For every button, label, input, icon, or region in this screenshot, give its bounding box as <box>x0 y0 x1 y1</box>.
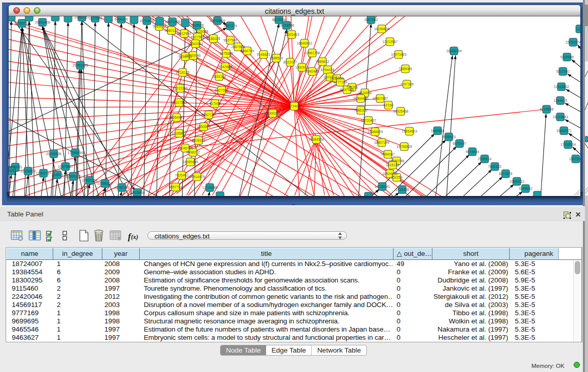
svg-text:1588520: 1588520 <box>270 56 284 60</box>
svg-text:16543362: 16543362 <box>188 42 203 46</box>
svg-text:7663822: 7663822 <box>153 25 166 28</box>
svg-text:12213369: 12213369 <box>172 86 188 90</box>
svg-text:3267130: 3267130 <box>202 113 216 117</box>
svg-text:39157: 39157 <box>9 169 16 172</box>
svg-text:16524851: 16524851 <box>382 172 398 176</box>
svg-text:9474444: 9474444 <box>466 150 480 154</box>
svg-text:14136141: 14136141 <box>375 185 390 188</box>
svg-text:1615132: 1615132 <box>386 163 400 167</box>
svg-text:1527602: 1527602 <box>89 16 102 20</box>
svg-text:19218596: 19218596 <box>279 24 294 27</box>
svg-text:19654923: 19654923 <box>402 129 417 133</box>
svg-text:17359934: 17359934 <box>68 151 83 155</box>
svg-text:7955812: 7955812 <box>316 60 330 63</box>
svg-text:18807249: 18807249 <box>374 141 389 144</box>
svg-text:1244415: 1244415 <box>554 99 568 102</box>
svg-text:8427552: 8427552 <box>215 89 229 92</box>
svg-text:10688609: 10688609 <box>367 130 383 134</box>
svg-text:10719135: 10719135 <box>139 19 155 23</box>
svg-text:19756928: 19756928 <box>397 145 412 148</box>
svg-text:6794028: 6794028 <box>321 68 335 72</box>
svg-text:6679197: 6679197 <box>453 142 467 145</box>
svg-text:8938923: 8938923 <box>442 135 456 139</box>
svg-text:9227342: 9227342 <box>556 70 570 73</box>
svg-text:8215958: 8215958 <box>540 107 554 111</box>
svg-text:29053346: 29053346 <box>73 63 88 67</box>
svg-text:9245652: 9245652 <box>519 187 533 190</box>
svg-text:7625402: 7625402 <box>175 173 189 177</box>
svg-text:7886322: 7886322 <box>354 108 368 112</box>
svg-text:18640910: 18640910 <box>297 41 312 45</box>
svg-text:11156829: 11156829 <box>20 169 35 173</box>
svg-text:16210643: 16210643 <box>553 115 568 119</box>
svg-text:10853267: 10853267 <box>74 16 90 19</box>
svg-text:9242848: 9242848 <box>219 65 232 69</box>
svg-text:16046786: 16046786 <box>178 146 193 150</box>
svg-text:16154808: 16154808 <box>374 27 389 31</box>
svg-text:13226058: 13226058 <box>193 30 208 33</box>
svg-text:8990448: 8990448 <box>306 70 319 73</box>
svg-text:7515526: 7515526 <box>190 24 204 27</box>
svg-text:14055712: 14055712 <box>14 21 30 25</box>
svg-text:8322037: 8322037 <box>284 60 297 64</box>
svg-text:16107552: 16107552 <box>171 101 187 104</box>
svg-text:12093832: 12093832 <box>554 85 569 89</box>
svg-text:9146821: 9146821 <box>257 53 271 56</box>
svg-text:62160: 62160 <box>384 103 394 107</box>
svg-text:11325419: 11325419 <box>284 33 299 36</box>
svg-text:10654112: 10654112 <box>509 180 525 183</box>
svg-text:2935514: 2935514 <box>478 157 492 161</box>
svg-text:9498222: 9498222 <box>186 150 200 154</box>
svg-text:8186328: 8186328 <box>207 37 221 40</box>
svg-text:2803144: 2803144 <box>212 75 226 78</box>
svg-text:7632621: 7632621 <box>488 165 502 168</box>
svg-text:15720407: 15720407 <box>361 119 376 122</box>
svg-text:20364436: 20364436 <box>353 97 368 100</box>
svg-text:9084067: 9084067 <box>381 152 395 156</box>
svg-text:2718126: 2718126 <box>176 71 190 74</box>
svg-text:12923468: 12923468 <box>129 191 145 194</box>
svg-text:19654983: 19654983 <box>169 116 184 119</box>
svg-text:9896012: 9896012 <box>179 55 192 58</box>
svg-text:9660124: 9660124 <box>165 29 179 32</box>
svg-text:417006: 417006 <box>209 102 221 105</box>
svg-text:3935001: 3935001 <box>9 165 22 169</box>
svg-text:12213967: 12213967 <box>382 40 398 43</box>
svg-text:19166827: 19166827 <box>171 132 187 135</box>
svg-text:13716485: 13716485 <box>202 186 217 189</box>
svg-text:20691406: 20691406 <box>35 20 50 24</box>
svg-text:1640954: 1640954 <box>431 129 445 133</box>
svg-text:17957253: 17957253 <box>82 179 97 182</box>
svg-text:8471876: 8471876 <box>499 172 513 176</box>
svg-text:16671355: 16671355 <box>165 20 180 24</box>
svg-text:12342737: 12342737 <box>36 171 51 175</box>
svg-text:10961758: 10961758 <box>304 51 320 55</box>
svg-text:8878332: 8878332 <box>192 139 206 142</box>
svg-text:6466160: 6466160 <box>115 17 128 21</box>
svg-text:6497568: 6497568 <box>340 88 354 92</box>
svg-text:16033809: 16033809 <box>210 19 225 23</box>
svg-text:15692971: 15692971 <box>556 129 572 133</box>
svg-text:9329966: 9329966 <box>560 55 574 59</box>
svg-text:1733426: 1733426 <box>396 188 409 191</box>
svg-text:18724007: 18724007 <box>287 104 302 108</box>
svg-text:1197345: 1197345 <box>400 82 413 86</box>
svg-text:114519: 114519 <box>52 173 63 177</box>
svg-text:7857274: 7857274 <box>224 24 237 28</box>
svg-text:16648784: 16648784 <box>446 49 462 53</box>
svg-text:16914479: 16914479 <box>189 175 205 179</box>
svg-text:10958107: 10958107 <box>97 182 113 185</box>
svg-text:2867608: 2867608 <box>231 45 245 49</box>
svg-text:2435994: 2435994 <box>330 77 344 80</box>
svg-text:7485006: 7485006 <box>399 67 412 71</box>
svg-text:10025438: 10025438 <box>393 110 408 113</box>
svg-text:16120746: 16120746 <box>389 159 404 163</box>
svg-text:1167534: 1167534 <box>569 157 580 161</box>
svg-text:1353594: 1353594 <box>197 125 211 128</box>
svg-text:12505135: 12505135 <box>66 174 81 178</box>
svg-text:9327546: 9327546 <box>224 38 237 42</box>
svg-text:18099485: 18099485 <box>183 160 198 164</box>
svg-text:8454749: 8454749 <box>241 49 254 53</box>
svg-text:1362615: 1362615 <box>295 65 309 69</box>
svg-text:9327508: 9327508 <box>191 35 205 39</box>
